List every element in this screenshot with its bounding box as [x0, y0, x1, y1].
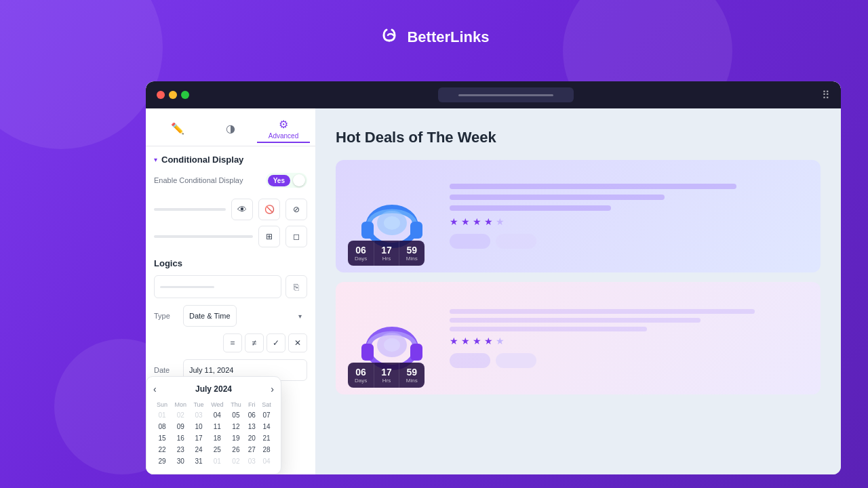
logics-input[interactable] — [154, 275, 281, 298]
cal-date[interactable]: 02 — [227, 455, 244, 467]
cal-date[interactable]: 30 — [171, 455, 191, 467]
widget-tabs: ✏️ ◑ ⚙ Advanced — [146, 108, 315, 146]
cal-date[interactable]: 06 — [245, 409, 259, 421]
maximize-dot[interactable] — [181, 91, 189, 99]
visibility-row-1: 👁 🚫 ⊘ — [154, 199, 307, 220]
grid-icon[interactable]: ⠿ — [822, 89, 830, 102]
product-btn-1b[interactable] — [496, 234, 536, 249]
op-check[interactable]: ✓ — [267, 333, 285, 352]
calendar-grid: Sun Mon Tue Wed Thu Fri Sat 01 02 03 04 — [153, 400, 274, 467]
star-2-3: ★ — [473, 336, 481, 346]
countdown-days-1: 06 Days — [348, 241, 374, 266]
countdown-hrs-1: 17 Hrs — [374, 241, 399, 266]
cal-date[interactable]: 25 — [207, 444, 227, 455]
cal-date[interactable]: 24 — [191, 444, 208, 455]
cal-date[interactable]: 04 — [259, 455, 274, 467]
block-icon-btn[interactable]: ⊘ — [285, 199, 307, 220]
op-equals[interactable]: = — [223, 333, 242, 352]
tab-advanced-label: Advanced — [269, 132, 298, 140]
cal-date[interactable]: 17 — [191, 432, 208, 444]
svg-rect-7 — [410, 344, 422, 361]
advanced-icon: ⚙ — [279, 118, 288, 131]
svg-rect-2 — [410, 222, 422, 239]
calendar-header: ‹ July 2024 › — [153, 384, 274, 394]
cal-date[interactable]: 14 — [259, 421, 274, 432]
eye-off-icon-btn[interactable]: 🚫 — [258, 199, 280, 220]
op-notequals[interactable]: ≠ — [245, 333, 264, 352]
cal-date[interactable]: 15 — [153, 432, 171, 444]
product-title-line-1 — [450, 184, 736, 189]
browser-dots — [157, 91, 189, 99]
product-btn-2a[interactable] — [450, 353, 490, 368]
cal-date[interactable]: 02 — [171, 409, 191, 421]
row-placeholder-1 — [154, 208, 226, 211]
url-line — [458, 94, 553, 96]
conditional-toggle[interactable]: Yes — [266, 173, 307, 188]
select-arrow-icon: ▾ — [298, 312, 302, 320]
cal-week-3: 15 16 17 18 19 20 21 — [153, 432, 274, 444]
product-btn-2b[interactable] — [496, 353, 536, 368]
cal-date[interactable]: 28 — [259, 444, 274, 455]
countdown-days-2: 06 Days — [348, 363, 374, 388]
cal-week-2: 08 09 10 11 12 13 14 — [153, 421, 274, 432]
cal-date[interactable]: 19 — [227, 432, 244, 444]
cal-date today[interactable]: 11 — [207, 421, 227, 432]
cal-date[interactable]: 23 — [171, 444, 191, 455]
cal-week-5: 29 30 31 01 02 03 04 — [153, 455, 274, 467]
cal-date[interactable]: 07 — [259, 409, 274, 421]
cal-date[interactable]: 26 — [227, 444, 244, 455]
main-content: Hot Deals of The Week 06 Days — [315, 108, 841, 474]
cal-date[interactable]: 29 — [153, 455, 171, 467]
cal-date[interactable]: 16 — [171, 432, 191, 444]
op-cross[interactable]: ✕ — [288, 333, 307, 352]
cal-date[interactable]: 04 — [207, 409, 227, 421]
product-card-2: 06 Days 17 Hrs 59 Mins — [336, 282, 821, 394]
star-1: ★ — [450, 216, 458, 227]
cal-date[interactable]: 31 — [191, 455, 208, 467]
type-select-wrapper: Date & Time ▾ — [183, 305, 307, 327]
cal-date[interactable]: 22 — [153, 444, 171, 455]
cal-date[interactable]: 10 — [191, 421, 208, 432]
cal-date[interactable]: 18 — [207, 432, 227, 444]
product-subtitle-line-2 — [450, 318, 701, 323]
product-info-1: ★ ★ ★ ★ ★ — [450, 184, 808, 249]
cal-date[interactable]: 01 — [153, 409, 171, 421]
close-dot[interactable] — [157, 91, 165, 99]
type-select[interactable]: Date & Time — [183, 305, 237, 327]
grid-view-btn[interactable]: ⊞ — [258, 226, 280, 247]
cal-date[interactable]: 03 — [245, 455, 259, 467]
visibility-row-2: ⊞ ◻ — [154, 226, 307, 247]
tab-edit[interactable]: ✏️ — [151, 117, 204, 138]
product-detail-line-1 — [450, 205, 611, 211]
cal-date[interactable]: 08 — [153, 421, 171, 432]
cal-date[interactable]: 01 — [207, 455, 227, 467]
minimize-dot[interactable] — [169, 91, 177, 99]
section-arrow: ▾ — [154, 156, 157, 163]
svg-rect-6 — [361, 344, 374, 361]
tab-style[interactable]: ◑ — [204, 117, 257, 138]
countdown-2: 06 Days 17 Hrs 59 Mins — [348, 363, 425, 388]
eye-icon-btn[interactable]: 👁 — [231, 199, 253, 220]
cal-date[interactable]: 12 — [227, 421, 244, 432]
logics-input-placeholder — [160, 286, 214, 288]
url-bar[interactable] — [438, 87, 574, 102]
cal-date[interactable]: 05 — [227, 409, 244, 421]
cal-week-1: 01 02 03 04 05 06 07 — [153, 409, 274, 421]
logics-title: Logics — [154, 258, 307, 268]
cal-date[interactable]: 09 — [171, 421, 191, 432]
tab-advanced[interactable]: ⚙ Advanced — [257, 113, 310, 142]
product-btn-1a[interactable] — [450, 234, 490, 249]
cal-prev-btn[interactable]: ‹ — [153, 384, 157, 394]
cal-day-sun: Sun — [153, 400, 171, 409]
cal-date[interactable]: 20 — [245, 432, 259, 444]
cal-date[interactable]: 27 — [245, 444, 259, 455]
copy-btn[interactable]: ⎘ — [285, 275, 307, 298]
cal-date[interactable]: 13 — [245, 421, 259, 432]
logo: BetterLinks — [378, 24, 489, 51]
cal-next-btn[interactable]: › — [271, 384, 274, 394]
single-view-btn[interactable]: ◻ — [285, 226, 307, 247]
toggle-yes-label: Yes — [268, 175, 290, 186]
cal-date[interactable]: 21 — [259, 432, 274, 444]
cal-date[interactable]: 03 — [191, 409, 208, 421]
svg-rect-1 — [361, 222, 374, 239]
